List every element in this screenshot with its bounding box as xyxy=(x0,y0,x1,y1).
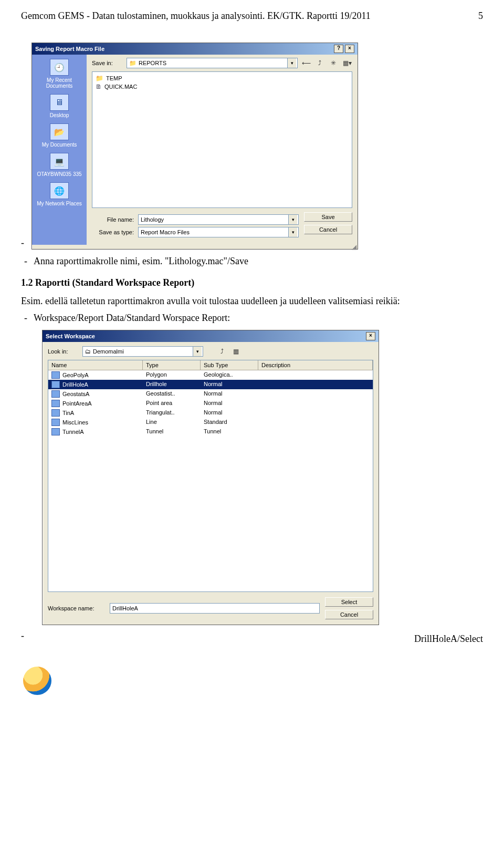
dialog1-titlebar: Saving Report Macro File ? × xyxy=(32,43,358,55)
cancel-button[interactable]: Cancel xyxy=(325,610,373,619)
file-name-value: Lithology xyxy=(141,215,164,224)
places-label: OTAYBWN035 335 xyxy=(37,171,81,177)
places-desktop[interactable]: 🖥 Desktop xyxy=(50,94,69,118)
list-item[interactable]: TEMP xyxy=(94,74,350,82)
file-name-label: File name: xyxy=(92,216,134,223)
views-icon[interactable]: ▦▾ xyxy=(342,58,352,68)
list-item[interactable]: QUICK.MAC xyxy=(94,82,350,91)
row-desc xyxy=(258,418,373,427)
row-type: Geostatist.. xyxy=(143,389,201,399)
recent-documents-icon: 🕘 xyxy=(50,59,69,76)
table-row[interactable]: TunnelATunnelTunnel xyxy=(48,427,373,437)
section-heading-1-2: 1.2 Raportti (Standard Workspace Report) xyxy=(21,276,483,289)
dialog2-titlebar: Select Workspace × xyxy=(43,330,379,342)
save-type-value: Report Macro Files xyxy=(141,227,190,237)
look-in-label: Look in: xyxy=(48,348,79,355)
workspace-list[interactable]: Name Type Sub Type Description GeoPolyAP… xyxy=(48,360,373,592)
table-row[interactable]: TinATriangulat..Normal xyxy=(48,408,373,418)
row-subtype: Normal xyxy=(201,389,258,399)
save-in-value: REPORTS xyxy=(139,58,166,68)
workspace-icon xyxy=(51,409,60,417)
row-type: Tunnel xyxy=(143,427,201,437)
workspace-icon xyxy=(51,428,60,435)
gtk-logo-icon xyxy=(23,667,51,695)
table-row[interactable]: GeostatsAGeostatist..Normal xyxy=(48,389,373,399)
places-bar: 🕘 My Recent Documents 🖥 Desktop 📂 My Doc… xyxy=(32,55,87,245)
places-label: My Documents xyxy=(42,142,77,148)
folder-icon xyxy=(96,75,103,82)
up-icon[interactable]: ⤴ xyxy=(217,346,227,357)
row-name: TunnelA xyxy=(62,429,84,435)
row-desc xyxy=(258,380,373,389)
computer-icon: 💻 xyxy=(50,153,69,170)
col-name[interactable]: Name xyxy=(48,360,143,370)
network-icon: 🌐 xyxy=(50,182,69,199)
file-name-field[interactable]: Lithology xyxy=(138,214,299,225)
places-network[interactable]: 🌐 My Network Places xyxy=(37,182,82,206)
cancel-button[interactable]: Cancel xyxy=(304,225,352,234)
save-type-combo[interactable]: Report Macro Files xyxy=(138,227,299,237)
places-computer[interactable]: 💻 OTAYBWN035 335 xyxy=(37,153,81,177)
row-name: TinA xyxy=(62,410,74,416)
row-type: Point area xyxy=(143,399,201,408)
file-icon xyxy=(96,83,102,90)
close-icon[interactable]: × xyxy=(366,332,375,340)
look-in-combo[interactable]: 🗂Demomalmi xyxy=(82,346,203,357)
page-header: Gemcom GEMS - Datan tulostaminen, muokka… xyxy=(21,11,483,22)
col-subtype[interactable]: Sub Type xyxy=(201,360,258,370)
paragraph-esim: Esim. edellä talletetun raporttimakron a… xyxy=(21,295,483,308)
views-icon[interactable]: ▦ xyxy=(230,346,241,357)
close-icon[interactable]: × xyxy=(345,45,354,53)
file-name: QUICK.MAC xyxy=(104,84,137,90)
dialog1-title: Saving Report Macro File xyxy=(35,46,104,52)
workspace-list-header: Name Type Sub Type Description xyxy=(48,360,373,370)
table-row[interactable]: DrillHoleADrillholeNormal xyxy=(48,380,373,389)
row-name: PointAreaA xyxy=(62,400,92,407)
workspace-icon xyxy=(51,419,60,426)
row-type: Polygon xyxy=(143,370,201,380)
bullet-workspace-report: Workspace/Report Data/Standard Worspace … xyxy=(34,312,483,325)
table-row[interactable]: MiscLinesLineStandard xyxy=(48,418,373,427)
select-button[interactable]: Select xyxy=(325,597,373,607)
save-in-label: Save in: xyxy=(92,60,123,66)
table-row[interactable]: PointAreaAPoint areaNormal xyxy=(48,399,373,408)
select-workspace-dialog: Select Workspace × Look in: 🗂Demomalmi ⤴… xyxy=(42,330,379,625)
table-row[interactable]: GeoPolyAPolygonGeologica.. xyxy=(48,370,373,380)
bullet-anna: Anna raporttimakrolle nimi, esim. "Litho… xyxy=(34,255,483,268)
row-type: Triangulat.. xyxy=(143,408,201,418)
col-type[interactable]: Type xyxy=(143,360,201,370)
workspace-name-field[interactable]: DrillHoleA xyxy=(110,603,320,614)
save-type-label: Save as type: xyxy=(92,229,134,235)
row-subtype: Normal xyxy=(201,399,258,408)
places-mydocs[interactable]: 📂 My Documents xyxy=(42,123,77,148)
look-in-value: Demomalmi xyxy=(93,347,124,356)
workspace-icon xyxy=(51,390,60,398)
col-desc[interactable]: Description xyxy=(258,360,373,370)
workspace-icon xyxy=(51,400,60,407)
workspace-icon xyxy=(51,381,60,388)
file-list[interactable]: TEMP QUICK.MAC xyxy=(92,71,352,208)
resize-grip-icon[interactable]: ◢ xyxy=(32,245,358,249)
places-label: My Network Places xyxy=(37,201,82,206)
new-folder-icon[interactable]: ✳ xyxy=(328,58,339,68)
workspace-icon xyxy=(51,371,60,379)
row-subtype: Tunnel xyxy=(201,427,258,437)
back-icon[interactable]: ⟵ xyxy=(301,58,311,68)
save-in-combo[interactable]: 📁REPORTS xyxy=(127,58,298,68)
save-button[interactable]: Save xyxy=(304,212,352,222)
dialog2-title: Select Workspace xyxy=(46,333,95,339)
desktop-icon: 🖥 xyxy=(50,94,69,111)
row-type: Line xyxy=(143,418,201,427)
help-icon[interactable]: ? xyxy=(334,45,343,53)
row-desc xyxy=(258,427,373,437)
places-recent[interactable]: 🕘 My Recent Documents xyxy=(34,59,85,89)
row-desc xyxy=(258,389,373,399)
row-desc xyxy=(258,370,373,380)
workspace-name-value: DrillHoleA xyxy=(112,604,138,613)
places-label: My Recent Documents xyxy=(34,77,85,89)
row-desc xyxy=(258,408,373,418)
row-subtype: Normal xyxy=(201,380,258,389)
row-desc xyxy=(258,399,373,408)
dash-before-dialog1: - xyxy=(21,236,24,250)
up-icon[interactable]: ⤴ xyxy=(314,58,325,68)
